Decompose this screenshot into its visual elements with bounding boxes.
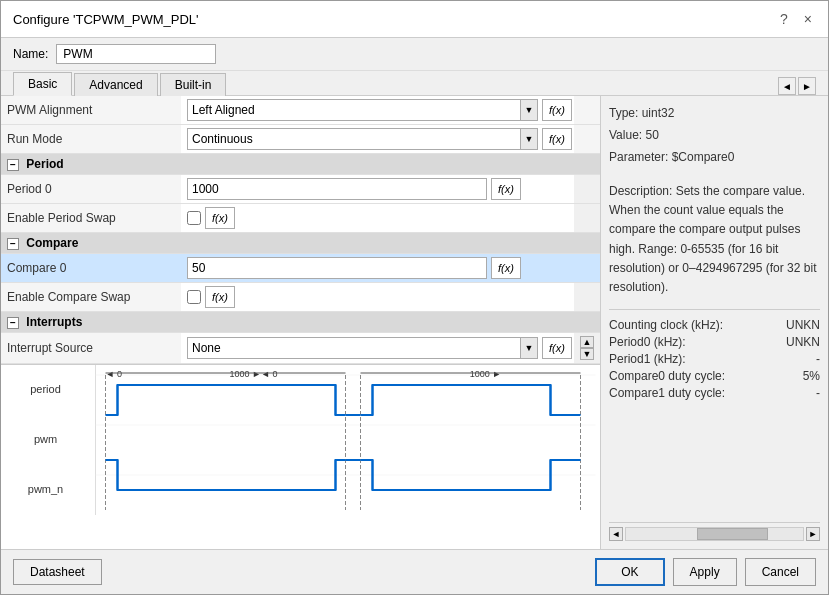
run-mode-label: Run Mode <box>1 125 181 154</box>
help-button[interactable]: ? <box>776 9 792 29</box>
run-mode-value: Continuous ▼ f(x) <box>181 125 574 154</box>
compare1-duty-value: - <box>816 386 820 400</box>
pwm-alignment-label: PWM Alignment <box>1 96 181 125</box>
pwm-alignment-scroll <box>574 96 600 125</box>
enable-compare-swap-checkbox[interactable] <box>187 290 201 304</box>
pwm-alignment-fx-button[interactable]: f(x) <box>542 99 572 121</box>
pwm-alignment-select[interactable]: Left Aligned <box>187 99 521 121</box>
info-type: Type: uint32 <box>609 104 820 122</box>
enable-period-swap-value: f(x) <box>181 204 574 233</box>
interrupt-scroll-down[interactable]: ▼ <box>580 348 594 360</box>
counting-clock-row: Counting clock (kHz): UNKN <box>609 318 820 332</box>
configure-dialog: Configure 'TCPWM_PWM_PDL' ? × Name: Basi… <box>0 0 829 595</box>
period0-khz-row: Period0 (kHz): UNKN <box>609 335 820 349</box>
run-mode-dropdown-arrow[interactable]: ▼ <box>520 128 538 150</box>
tab-builtin[interactable]: Built-in <box>160 73 227 96</box>
enable-compare-swap-fx-button[interactable]: f(x) <box>205 286 235 308</box>
period1-khz-label: Period1 (kHz): <box>609 352 686 366</box>
apply-button[interactable]: Apply <box>673 558 737 586</box>
tab-next-button[interactable]: ► <box>798 77 816 95</box>
svg-text:◄ 0: ◄ 0 <box>106 369 122 379</box>
waveform-area: period pwm pwm_n ◄ 0 1000 ►◄ 0 1000 ► <box>1 364 600 549</box>
enable-compare-swap-value: f(x) <box>181 283 574 312</box>
tab-prev-button[interactable]: ◄ <box>778 77 796 95</box>
pwm-alignment-dropdown-arrow[interactable]: ▼ <box>520 99 538 121</box>
period0-row: Period 0 f(x) <box>1 175 600 204</box>
name-input[interactable] <box>56 44 216 64</box>
config-table: PWM Alignment Left Aligned ▼ f(x) <box>1 96 600 364</box>
right-scrollbar: ◄ ► <box>609 522 820 541</box>
enable-period-swap-fx-button[interactable]: f(x) <box>205 207 235 229</box>
bottom-bar: Datasheet OK Apply Cancel <box>1 549 828 594</box>
period-collapse-icon[interactable]: − <box>7 159 19 171</box>
compare1-duty-label: Compare1 duty cycle: <box>609 386 725 400</box>
info-description: Description: Sets the compare value. Whe… <box>609 182 820 297</box>
compare0-input[interactable] <box>187 257 487 279</box>
bottom-left: Datasheet <box>13 559 102 585</box>
period0-input[interactable] <box>187 178 487 200</box>
tabs-row: Basic Advanced Built-in ◄ ► <box>1 71 828 96</box>
datasheet-button[interactable]: Datasheet <box>13 559 102 585</box>
interrupt-source-label: Interrupt Source <box>1 333 181 364</box>
enable-compare-swap-scroll <box>574 283 600 312</box>
interrupts-collapse-icon[interactable]: − <box>7 317 19 329</box>
run-mode-scroll <box>574 125 600 154</box>
enable-period-swap-scroll <box>574 204 600 233</box>
interrupt-source-select[interactable]: None <box>187 337 521 359</box>
tab-nav-arrows: ◄ ► <box>778 77 816 95</box>
ok-button[interactable]: OK <box>595 558 664 586</box>
scrollbar-track <box>625 527 804 541</box>
period-section-header: − Period <box>1 154 600 175</box>
enable-compare-swap-label: Enable Compare Swap <box>1 283 181 312</box>
counting-clock-label: Counting clock (kHz): <box>609 318 723 332</box>
svg-text:period: period <box>30 383 61 395</box>
tab-basic[interactable]: Basic <box>13 72 72 96</box>
compare-section-header: − Compare <box>1 233 600 254</box>
info-value: Value: 50 <box>609 126 820 144</box>
name-row: Name: <box>1 38 828 71</box>
compare0-duty-row: Compare0 duty cycle: 5% <box>609 369 820 383</box>
period0-value: f(x) <box>181 175 574 204</box>
period0-scroll <box>574 175 600 204</box>
run-mode-row: Run Mode Continuous ▼ f(x) <box>1 125 600 154</box>
compare-section-label: − Compare <box>1 233 600 254</box>
svg-text:1000 ►: 1000 ► <box>470 369 501 379</box>
enable-period-swap-label: Enable Period Swap <box>1 204 181 233</box>
pwm-alignment-value: Left Aligned ▼ f(x) <box>181 96 574 125</box>
left-panel: PWM Alignment Left Aligned ▼ f(x) <box>1 96 601 549</box>
enable-period-swap-checkbox[interactable] <box>187 211 201 225</box>
compare0-duty-label: Compare0 duty cycle: <box>609 369 725 383</box>
counting-clock-value: UNKN <box>786 318 820 332</box>
interrupt-source-scroll: ▲ ▼ <box>574 333 600 364</box>
interrupt-scroll-up[interactable]: ▲ <box>580 336 594 348</box>
stats-section: Counting clock (kHz): UNKN Period0 (kHz)… <box>609 309 820 403</box>
period1-khz-value: - <box>816 352 820 366</box>
scrollbar-right-button[interactable]: ► <box>806 527 820 541</box>
compare-collapse-icon[interactable]: − <box>7 238 19 250</box>
scrollbar-left-button[interactable]: ◄ <box>609 527 623 541</box>
compare1-duty-row: Compare1 duty cycle: - <box>609 386 820 400</box>
title-buttons: ? × <box>776 9 816 29</box>
enable-period-swap-row: Enable Period Swap f(x) <box>1 204 600 233</box>
right-panel: Type: uint32 Value: 50 Parameter: $Compa… <box>601 96 828 549</box>
interrupt-source-dropdown-arrow[interactable]: ▼ <box>520 337 538 359</box>
interrupt-source-row: Interrupt Source None ▼ f(x) <box>1 333 600 364</box>
interrupts-section-header: − Interrupts <box>1 312 600 333</box>
pwm-alignment-row: PWM Alignment Left Aligned ▼ f(x) <box>1 96 600 125</box>
compare0-value: f(x) <box>181 254 574 283</box>
name-label: Name: <box>13 47 48 61</box>
cancel-button[interactable]: Cancel <box>745 558 816 586</box>
interrupt-source-fx-button[interactable]: f(x) <box>542 337 572 359</box>
compare0-label: Compare 0 <box>1 254 181 283</box>
run-mode-select[interactable]: Continuous <box>187 128 521 150</box>
close-button[interactable]: × <box>800 9 816 29</box>
compare0-duty-value: 5% <box>803 369 820 383</box>
info-param: Parameter: $Compare0 <box>609 148 820 166</box>
run-mode-fx-button[interactable]: f(x) <box>542 128 572 150</box>
svg-text:pwm_n: pwm_n <box>28 483 63 495</box>
scrollbar-thumb[interactable] <box>697 528 768 540</box>
tab-advanced[interactable]: Advanced <box>74 73 157 96</box>
svg-rect-1 <box>6 365 596 515</box>
compare0-fx-button[interactable]: f(x) <box>491 257 521 279</box>
period0-fx-button[interactable]: f(x) <box>491 178 521 200</box>
